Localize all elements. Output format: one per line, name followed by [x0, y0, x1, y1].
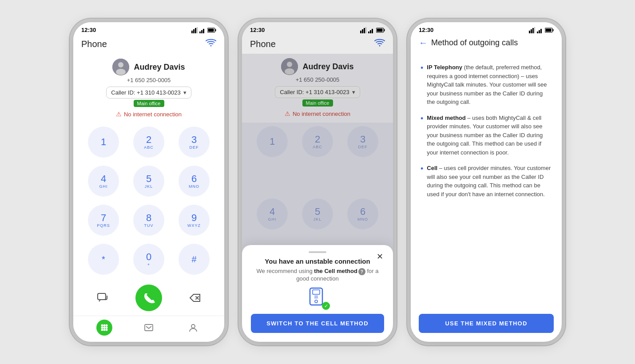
phone2-no-internet: ⚠ No internet connection	[285, 108, 350, 120]
phone1-contact-row: Audrey Davis	[112, 59, 185, 75]
svg-rect-8	[215, 29, 216, 31]
phone3-page-title: Method of outgoing calls	[431, 38, 518, 47]
svg-point-39	[285, 68, 294, 75]
sheet-subtitle: We recommend using the Cell method? for …	[251, 268, 384, 282]
d1: 1	[257, 126, 288, 157]
svg-marker-1	[193, 29, 194, 33]
phone1-status-icons	[191, 27, 216, 33]
sheet-close-button[interactable]: ✕	[373, 250, 386, 263]
phone2-wifi-icon	[374, 38, 385, 50]
svg-rect-32	[372, 29, 373, 33]
d5: 5JKL	[302, 198, 333, 229]
cell-icon-wrapper: ✓	[251, 286, 384, 309]
chat-icon[interactable]	[95, 290, 111, 306]
phone2-time: 12:30	[250, 27, 265, 33]
battery-icon-2	[376, 28, 385, 33]
svg-rect-6	[203, 29, 204, 33]
phone2-overlay-sheet: ✕ You have an unstable connection We rec…	[242, 245, 393, 342]
svg-rect-24	[145, 324, 153, 331]
dial-5[interactable]: 5JKL	[133, 166, 164, 197]
svg-rect-53	[553, 29, 554, 31]
wifi-signal-icon	[199, 27, 206, 33]
warning-icon-2: ⚠	[285, 110, 290, 117]
phone2-contact-name: Audrey Davis	[302, 62, 353, 71]
dial-3[interactable]: 3DEF	[179, 127, 210, 158]
dial-2[interactable]: 2ABC	[133, 127, 164, 158]
phone1-time: 12:30	[81, 27, 96, 33]
info-item-2: • Mixed method – uses both MightyCall & …	[421, 114, 552, 157]
cell-phone-icon: ✓	[306, 286, 329, 309]
svg-marker-2	[195, 28, 196, 33]
svg-point-13	[116, 69, 126, 75]
svg-rect-5	[201, 30, 202, 33]
dial-8[interactable]: 8TUV	[133, 205, 164, 236]
battery-icon	[207, 28, 216, 33]
signal-icon-2	[360, 27, 366, 33]
svg-point-42	[315, 300, 318, 303]
nav-dialpad[interactable]	[96, 320, 112, 336]
svg-point-20	[106, 327, 108, 329]
phone1-title: Phone	[81, 39, 107, 49]
phone3-time: 12:30	[419, 27, 433, 33]
sheet-drag-handle	[309, 251, 326, 253]
signal-icon	[191, 27, 198, 33]
svg-marker-45	[529, 31, 530, 33]
help-icon[interactable]: ?	[358, 268, 365, 275]
battery-icon-3	[545, 28, 554, 33]
d6: 6MNO	[347, 198, 378, 229]
dial-1[interactable]: 1	[88, 127, 119, 158]
phone1-frame: 12:30 Phone Audrey Davis +1 650 250-0005…	[73, 22, 224, 342]
svg-marker-28	[364, 28, 365, 33]
phone3-status-bar: 12:30	[411, 22, 562, 35]
caller-id-chevron: ▾	[183, 89, 187, 96]
svg-rect-31	[370, 30, 371, 33]
dial-6[interactable]: 6MNO	[179, 166, 210, 197]
svg-marker-26	[360, 31, 361, 33]
backspace-icon[interactable]	[187, 290, 203, 306]
svg-rect-50	[539, 30, 540, 33]
phone2-caller-id[interactable]: Caller ID: +1 310 413-0023 ▾	[275, 86, 360, 98]
nav-contacts[interactable]	[185, 320, 201, 336]
nav-calls[interactable]	[141, 320, 157, 336]
svg-rect-49	[537, 32, 538, 33]
wifi-signal-icon-2	[368, 27, 374, 33]
warning-icon: ⚠	[116, 111, 122, 118]
phone2-title: Phone	[250, 39, 276, 49]
phone2-frame: 12:30 Phone Audrey Davis +1 650 250-0005	[242, 22, 393, 342]
phone3-content: • IP Telephony (the default, preferred m…	[411, 57, 562, 342]
phone1-caller-id[interactable]: Caller ID: +1 310 413-0023 ▾	[106, 87, 191, 99]
back-arrow-icon[interactable]: ←	[419, 38, 428, 48]
phone1-contact-section: Audrey Davis +1 650 250-0005 Caller ID: …	[73, 54, 224, 123]
dial-7[interactable]: 7PQRS	[88, 205, 119, 236]
phone1-status-bar: 12:30	[73, 22, 224, 35]
svg-marker-29	[365, 27, 366, 33]
phone3-top-bar: ← Method of outgoing calls	[411, 35, 562, 57]
signal-icon-3	[529, 27, 535, 33]
dial-star[interactable]: *	[88, 244, 119, 275]
switch-to-cell-button[interactable]: SWITCH TO THE CELL METHOD	[251, 314, 384, 333]
dial-4[interactable]: 4GHI	[88, 166, 119, 197]
bullet-2: •	[421, 113, 423, 157]
sheet-title: You have an unstable connection	[251, 257, 384, 265]
svg-point-18	[101, 327, 103, 329]
phone2-avatar	[281, 58, 298, 75]
call-button[interactable]	[135, 285, 162, 311]
dial-9[interactable]: 9WXYZ	[179, 205, 210, 236]
use-mixed-method-button[interactable]: USE THE MIXED METHOD	[419, 314, 554, 333]
svg-rect-9	[208, 28, 214, 32]
phone2-status-icons	[360, 27, 385, 33]
svg-marker-0	[191, 31, 193, 33]
dial-hash[interactable]: #	[179, 244, 210, 275]
svg-point-21	[101, 329, 103, 331]
wifi-signal-icon-3	[537, 27, 543, 33]
svg-marker-48	[534, 27, 535, 33]
phone1-wifi-icon	[206, 38, 216, 51]
phone1-dialpad: 1 2ABC 3DEF 4GHI 5JKL 6MNO 7PQRS 8TUV 9W…	[73, 123, 224, 282]
phone1-nav-bar	[73, 316, 224, 342]
svg-point-17	[106, 324, 108, 327]
phone2-top-bar: Phone	[242, 35, 393, 54]
dial-0[interactable]: 0+	[133, 244, 164, 275]
bullet-1: •	[421, 62, 423, 107]
svg-rect-35	[377, 28, 383, 32]
svg-point-25	[191, 324, 195, 328]
